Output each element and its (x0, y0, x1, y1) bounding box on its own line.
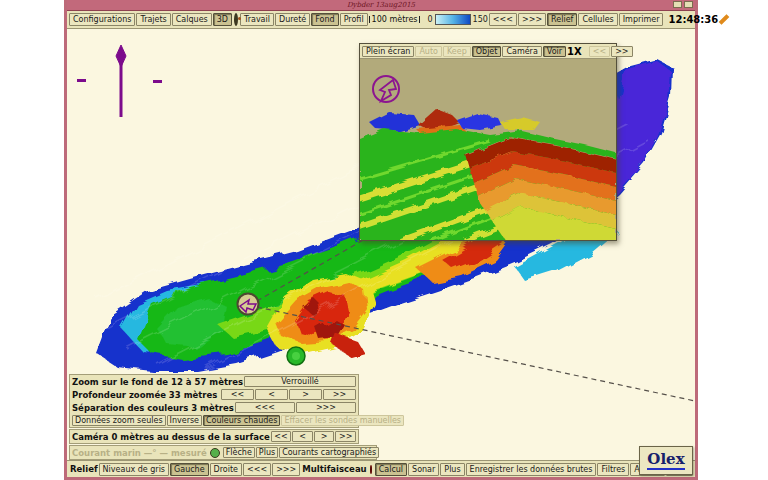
relief-prev-button[interactable]: <<< (243, 463, 271, 476)
donnees-zoom-button[interactable]: Données zoom seules (72, 415, 166, 426)
top-toolbar: Configurations Trajets Calques 3D Travai… (67, 11, 695, 29)
depth-decrease-button[interactable]: < (255, 389, 288, 400)
plein-ecran-button[interactable]: Plein écran (362, 46, 414, 57)
camera-down-button[interactable]: < (292, 431, 313, 442)
camera-position-marker[interactable] (238, 294, 259, 315)
terrain-3d-render (360, 59, 616, 240)
calques-button[interactable]: Calques (172, 13, 212, 26)
imprimer-button[interactable]: Imprimer (619, 13, 664, 26)
bathymetry-map[interactable]: Plein écran Auto Keep Objet Caméra Voir … (67, 29, 695, 460)
scale-tick-right (419, 16, 420, 23)
current-status-icon (210, 448, 220, 458)
plus-bottom-button[interactable]: Plus (440, 463, 464, 476)
sonar-button[interactable]: Sonar (408, 463, 439, 476)
verrouille-button[interactable]: Verrouillé (244, 376, 356, 387)
cellules-button[interactable]: Cellules (578, 13, 617, 26)
minimize-button[interactable] (673, 1, 682, 8)
couleurs-chaudes-button[interactable]: Couleurs chaudes (203, 415, 280, 426)
bottom-toolbar: Relief Niveaux de gris Gauche Droite <<<… (67, 460, 695, 477)
droite-button[interactable]: Droite (210, 463, 242, 476)
camera-panel: Caméra 0 mètres au dessus de la surface … (69, 429, 359, 444)
filtres-button[interactable]: Filtres (597, 463, 629, 476)
maximize-button[interactable] (684, 1, 693, 8)
inset-3d-window[interactable]: Plein écran Auto Keep Objet Caméra Voir … (359, 43, 617, 241)
colorbar-next-button[interactable]: >>> (518, 13, 546, 26)
relief-next-button[interactable]: >>> (272, 463, 300, 476)
camera-down-fast-button[interactable]: << (271, 431, 292, 442)
voir-button[interactable]: Voir (543, 46, 566, 57)
keep-button: Keep (443, 46, 471, 57)
inset-next-button[interactable]: >> (611, 46, 632, 57)
relief-section-label: Relief (70, 464, 98, 474)
diamond-status-icon[interactable] (719, 14, 730, 25)
desktop: Dybder 13aug2015 Configurations Trajets … (0, 0, 768, 480)
calcul-button[interactable]: Calcul (375, 463, 407, 476)
depth-colorbar: 0 150 (427, 14, 487, 25)
titlebar[interactable]: Dybder 13aug2015 (67, 0, 695, 11)
courants-cartographies-button[interactable]: Courants cartographiés (279, 447, 379, 458)
fleche-button[interactable]: Flèche (223, 447, 255, 458)
window-controls (673, 1, 693, 8)
relief-button[interactable]: Relief (547, 13, 577, 26)
colorbar-gradient[interactable] (435, 14, 471, 25)
camera-up-fast-button[interactable]: >> (335, 431, 356, 442)
camera-up-button[interactable]: > (314, 431, 335, 442)
control-panels: Zoom sur le fond de 12 à 57 mètres Verro… (69, 374, 377, 460)
camera-height-label: Caméra 0 mètres au dessus de la surface (72, 432, 270, 442)
map-scale-bar: 100 mètres (369, 15, 421, 24)
multifaisceau-label: Multifaisceau (302, 464, 366, 474)
zoom-range-label: Zoom sur le fond de 12 à 57 mètres (72, 377, 243, 387)
current-measured-label: Courant marin —° — mesuré (72, 448, 207, 458)
olex-logo[interactable]: Olex (639, 446, 693, 475)
trajets-button[interactable]: Trajets (136, 13, 170, 26)
inset-prev-button: << (589, 46, 610, 57)
colorbar-prev-button[interactable]: <<< (489, 13, 517, 26)
olex-main-window: Dybder 13aug2015 Configurations Trajets … (64, 0, 698, 480)
inset-3d-view[interactable] (360, 59, 616, 240)
depth-decrease-fast-button[interactable]: << (221, 389, 254, 400)
enregistrer-donnees-button[interactable]: Enregistrer les données brutes (466, 463, 597, 476)
depth-increase-button[interactable]: > (289, 389, 322, 400)
durete-button[interactable]: Dureté (275, 13, 310, 26)
niveaux-de-gris-button[interactable]: Niveaux de gris (99, 463, 169, 476)
3d-button[interactable]: 3D (213, 13, 232, 26)
zoom-panel: Zoom sur le fond de 12 à 57 mètres Verro… (69, 374, 359, 428)
configurations-button[interactable]: Configurations (69, 13, 135, 26)
depth-zoom-label: Profondeur zoomée 33 mètres (72, 390, 220, 400)
clock: 12:48:36 (668, 14, 718, 25)
depth-increase-fast-button[interactable]: >> (323, 389, 356, 400)
multibeam-status-icon (370, 465, 372, 474)
colorbar-max: 150 (473, 15, 488, 24)
separation-increase-button[interactable]: >>> (296, 402, 356, 413)
camera-button[interactable]: Caméra (502, 46, 541, 57)
colorbar-min: 0 (427, 15, 432, 24)
window-title: Dybder 13aug2015 (347, 1, 415, 10)
travail-button[interactable]: Travail (240, 13, 274, 26)
heading-marker (77, 45, 162, 117)
color-separation-label: Séparation des couleurs 3 mètres (72, 403, 234, 413)
zoom-level: 1X (567, 46, 582, 57)
plus-button[interactable]: Plus (256, 447, 278, 458)
separation-decrease-button[interactable]: <<< (235, 402, 295, 413)
north-arrow-icon (116, 45, 126, 67)
fond-button[interactable]: Fond (311, 13, 338, 26)
inverse-button[interactable]: Inverse (167, 415, 202, 426)
current-panel: Courant marin —° — mesuré Flèche Plus Co… (69, 445, 377, 460)
target-icon[interactable] (234, 13, 238, 26)
effacer-sondes-button: Effacer les sondes manuelles (281, 415, 404, 426)
gauche-button[interactable]: Gauche (170, 463, 209, 476)
profil-button[interactable]: Profil (340, 13, 368, 26)
objet-button[interactable]: Objet (472, 46, 502, 57)
scale-label: 100 mètres (370, 15, 420, 24)
inset-toolbar: Plein écran Auto Keep Objet Caméra Voir … (360, 44, 616, 59)
auto-button: Auto (415, 46, 442, 57)
